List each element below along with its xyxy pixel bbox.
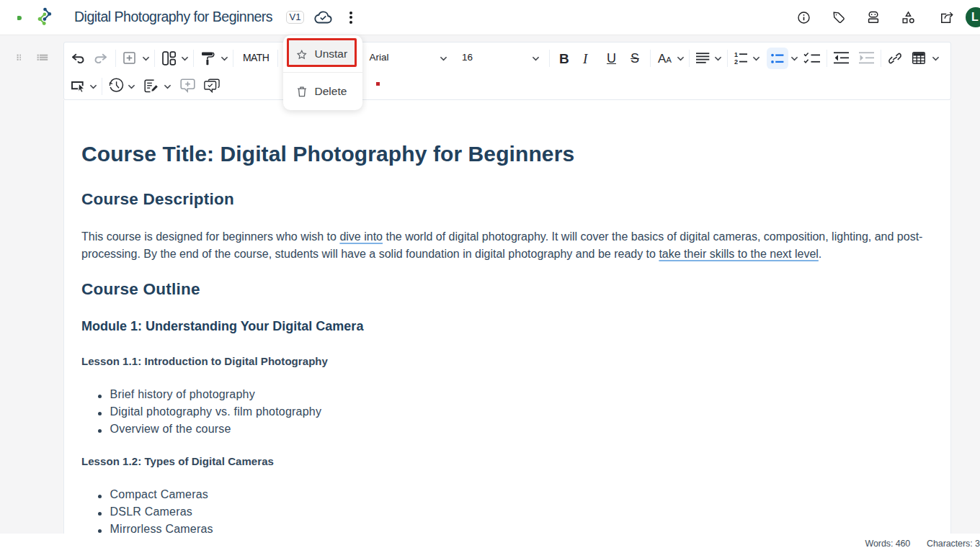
svg-text:1: 1 [734,51,738,58]
svg-text:2: 2 [734,58,738,65]
